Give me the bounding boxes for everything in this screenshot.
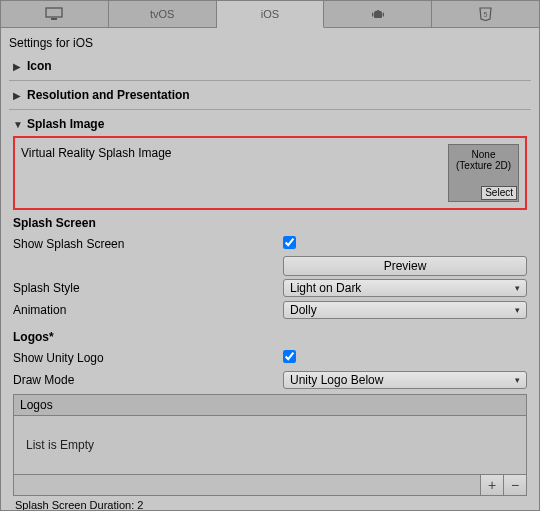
chevron-right-icon: ▶ (13, 61, 23, 72)
foldout-title: Splash Image (27, 117, 104, 131)
splash-image-body: Virtual Reality Splash Image None (Textu… (9, 136, 531, 511)
svg-rect-1 (51, 18, 57, 20)
texture-select-button[interactable]: Select (481, 186, 517, 200)
vr-splash-label: Virtual Reality Splash Image (21, 144, 172, 160)
tab-standalone[interactable] (1, 1, 109, 27)
animation-dropdown[interactable]: Dolly ▾ (283, 301, 527, 319)
svg-point-3 (375, 10, 376, 11)
svg-rect-2 (374, 12, 382, 18)
svg-rect-6 (382, 13, 383, 17)
tab-label: iOS (261, 8, 279, 20)
monitor-icon (45, 7, 63, 21)
chevron-down-icon: ▾ (515, 305, 520, 315)
foldout-splash-image[interactable]: ▼ Splash Image (9, 114, 531, 134)
list-buttons: + − (480, 475, 526, 495)
logos-list-footer: + − (14, 474, 526, 495)
svg-rect-0 (46, 8, 62, 17)
separator (9, 80, 531, 81)
remove-button[interactable]: − (503, 475, 526, 495)
show-splash-label: Show Splash Screen (13, 237, 283, 251)
logos-list-body: List is Empty (14, 416, 526, 474)
splash-duration-label: Splash Screen Duration: 2 (13, 499, 527, 511)
row-animation: Animation Dolly ▾ (13, 300, 527, 320)
logos-list: Logos List is Empty + − (13, 394, 527, 496)
row-show-unity-logo: Show Unity Logo (13, 348, 527, 368)
row-preview: Preview (13, 256, 527, 276)
chevron-down-icon: ▾ (515, 283, 520, 293)
chevron-down-icon: ▾ (515, 375, 520, 385)
row-splash-style: Splash Style Light on Dark ▾ (13, 278, 527, 298)
html5-icon: 5 (479, 7, 492, 21)
splash-screen-heading: Splash Screen (13, 216, 527, 230)
tab-tvos[interactable]: tvOS (109, 1, 217, 27)
logos-heading: Logos* (13, 330, 527, 344)
svg-text:5: 5 (484, 11, 488, 18)
splash-style-dropdown[interactable]: Light on Dark ▾ (283, 279, 527, 297)
show-unity-logo-checkbox[interactable] (283, 350, 296, 363)
foldout-icon[interactable]: ▶ Icon (9, 56, 531, 76)
splash-style-label: Splash Style (13, 281, 283, 295)
texture-none-label: None (472, 149, 496, 160)
tab-ios[interactable]: iOS (217, 1, 325, 28)
settings-for-label: Settings for iOS (9, 36, 531, 50)
logos-list-header: Logos (14, 395, 526, 416)
dropdown-value: Light on Dark (290, 281, 361, 295)
texture-type-label: (Texture 2D) (456, 160, 511, 171)
row-draw-mode: Draw Mode Unity Logo Below ▾ (13, 370, 527, 390)
list-empty-label: List is Empty (26, 438, 94, 452)
animation-label: Animation (13, 303, 283, 317)
settings-content: Settings for iOS ▶ Icon ▶ Resolution and… (1, 28, 539, 511)
dropdown-value: Unity Logo Below (290, 373, 383, 387)
tab-label: tvOS (150, 8, 174, 20)
tab-webgl[interactable]: 5 (432, 1, 539, 27)
foldout-resolution[interactable]: ▶ Resolution and Presentation (9, 85, 531, 105)
dropdown-value: Dolly (290, 303, 317, 317)
platform-tabs: tvOS iOS 5 (1, 1, 539, 28)
texture-slot[interactable]: None (Texture 2D) Select (448, 144, 519, 202)
foldout-title: Icon (27, 59, 52, 73)
show-unity-logo-label: Show Unity Logo (13, 351, 283, 365)
draw-mode-label: Draw Mode (13, 373, 283, 387)
row-show-splash: Show Splash Screen (13, 234, 527, 254)
vr-splash-highlight: Virtual Reality Splash Image None (Textu… (13, 136, 527, 210)
tab-android[interactable] (324, 1, 432, 27)
foldout-title: Resolution and Presentation (27, 88, 190, 102)
chevron-down-icon: ▼ (13, 119, 23, 130)
add-button[interactable]: + (480, 475, 503, 495)
android-icon (371, 7, 385, 21)
draw-mode-dropdown[interactable]: Unity Logo Below ▾ (283, 371, 527, 389)
player-settings-window: tvOS iOS 5 Settings for iOS ▶ Icon ▶ Res… (0, 0, 540, 511)
preview-button[interactable]: Preview (283, 256, 527, 276)
separator (9, 109, 531, 110)
svg-point-4 (379, 10, 380, 11)
chevron-right-icon: ▶ (13, 90, 23, 101)
svg-rect-5 (372, 13, 373, 17)
show-splash-checkbox[interactable] (283, 236, 296, 249)
